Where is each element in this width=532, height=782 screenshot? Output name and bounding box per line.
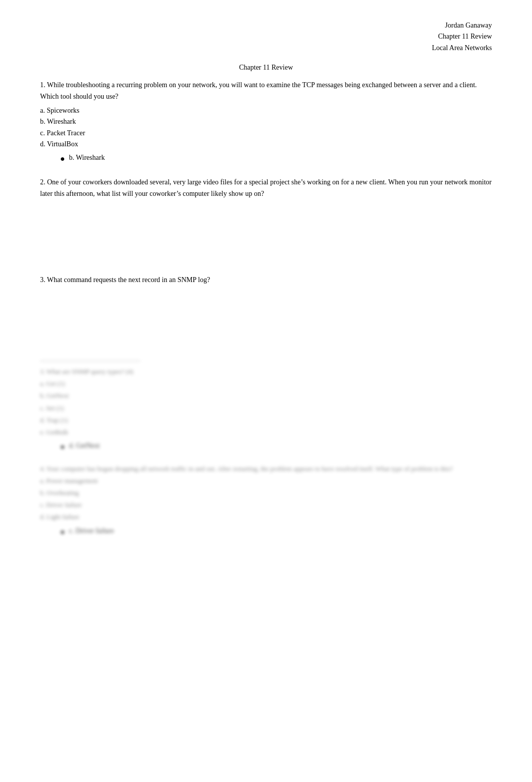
- question-3-number: 3.: [40, 276, 46, 284]
- choice-1a: a. Spiceworks: [40, 105, 492, 116]
- blurred-q3-e: e. GetBulk: [40, 427, 492, 438]
- question-1-block: 1. While troubleshooting a recurring pro…: [40, 80, 492, 165]
- blurred-q4-b: b. Overheating: [40, 487, 492, 498]
- header-block: Jordan Ganaway Chapter 11 Review Local A…: [40, 20, 492, 54]
- blurred-q3-c: c. Set (1): [40, 403, 492, 414]
- blurred-q3-a: a. Get (1): [40, 378, 492, 389]
- choice-1b: b. Wireshark: [40, 116, 492, 127]
- question-1-text: 1. While troubleshooting a recurring pro…: [40, 80, 492, 102]
- question-2-body: One of your coworkers downloaded several…: [40, 178, 491, 197]
- blurred-q3-b: b. GetNext: [40, 390, 492, 401]
- question-1-correct-text: b. Wireshark: [69, 152, 105, 163]
- student-name: Jordan Ganaway: [40, 20, 492, 31]
- bullet-icon: ●: [60, 152, 65, 165]
- subject-label: Local Area Networks: [40, 43, 492, 54]
- chapter-label: Chapter 11 Review: [40, 31, 492, 42]
- question-1-number: 1.: [40, 81, 46, 89]
- question-3-answer-space: [40, 289, 492, 349]
- blurred-q4-answer: ● c. Driver failure: [60, 525, 492, 539]
- blurred-q3-d: d. Trap (1): [40, 415, 492, 426]
- choice-1d: d. VirtualBox: [40, 139, 492, 150]
- blurred-q4-d: d. Light failure: [40, 511, 492, 523]
- blurred-q4-c: c. Driver failure: [40, 499, 492, 510]
- separator-line: [40, 361, 140, 361]
- question-2-block: 2. One of your coworkers downloaded seve…: [40, 177, 492, 263]
- page-title: Chapter 11 Review: [40, 64, 492, 72]
- question-2-answer-space: [40, 202, 492, 263]
- blurred-bullet-icon: ●: [60, 440, 65, 453]
- blurred-q3-answer: ● d. GetNext: [60, 440, 492, 453]
- blurred-q4-a: a. Power management: [40, 475, 492, 486]
- question-3-block: 3. What command requests the next record…: [40, 275, 492, 349]
- question-1-body: While troubleshooting a recurring proble…: [40, 81, 477, 100]
- question-1-answer: ● b. Wireshark: [60, 152, 492, 165]
- question-2-number: 2.: [40, 178, 46, 186]
- blurred-q4-text: 4. Your computer has begun dropping all …: [40, 463, 492, 474]
- blurred-q4-bullet-icon: ●: [60, 525, 65, 539]
- blurred-q3-correct: d. GetNext: [69, 440, 100, 452]
- question-3-body: What command requests the next record in…: [47, 276, 210, 284]
- question-3-text: 3. What command requests the next record…: [40, 275, 492, 286]
- blurred-q3-text: 3. What are SNMP query types? (4): [40, 366, 492, 377]
- blurred-q4-correct: c. Driver failure: [69, 525, 114, 537]
- question-2-text: 2. One of your coworkers downloaded seve…: [40, 177, 492, 199]
- blurred-content: 3. What are SNMP query types? (4) a. Get…: [40, 361, 492, 538]
- choice-1c: c. Packet Tracer: [40, 128, 492, 139]
